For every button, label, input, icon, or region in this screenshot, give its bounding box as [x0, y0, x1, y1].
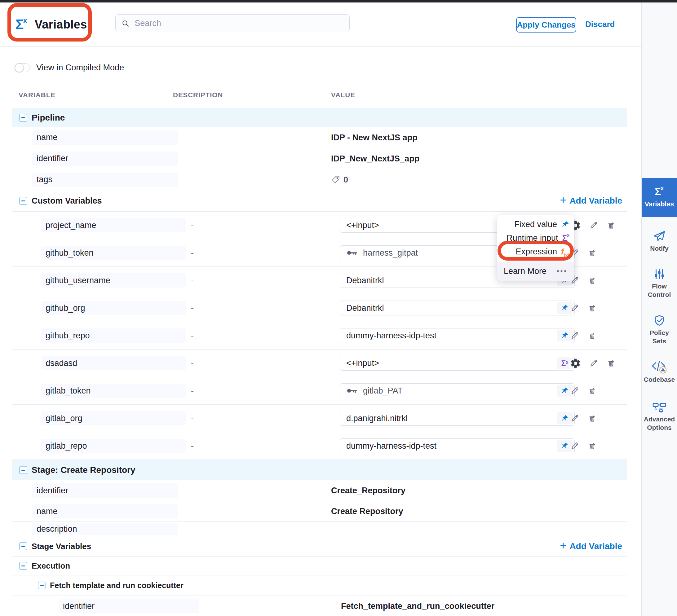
variable-row-gitlab-repo: gitlab_repo - dummy-harness-idp-test — [12, 432, 627, 460]
delete-icon[interactable] — [606, 220, 616, 230]
section-pipeline: Pipeline — [12, 108, 627, 127]
edit-icon[interactable] — [589, 220, 598, 230]
section-stage-variables: Stage Variables +Add Variable — [12, 536, 627, 557]
variable-description: - — [191, 248, 194, 258]
tags-count: 0 — [344, 175, 348, 184]
delete-icon[interactable] — [587, 441, 597, 451]
variable-name: github_token — [41, 246, 186, 260]
collapse-icon[interactable] — [19, 114, 27, 122]
edit-icon[interactable] — [589, 358, 598, 368]
value-input[interactable]: dummy-harness-idp-test — [340, 328, 575, 343]
row-label: identifier — [32, 151, 178, 166]
collapse-icon[interactable] — [19, 466, 27, 474]
value-input[interactable]: gitlab_PAT — [340, 383, 575, 398]
add-variable-button[interactable]: +Add Variable — [560, 541, 622, 552]
add-variable-button[interactable]: +Add Variable — [560, 195, 622, 206]
variable-description: - — [191, 386, 194, 396]
menu-item-expression[interactable]: Expression f(x) — [497, 245, 574, 258]
delete-icon[interactable] — [587, 303, 597, 313]
delete-icon[interactable] — [587, 248, 597, 258]
menu-item-runtime-input[interactable]: Runtime input Σx — [497, 231, 574, 245]
step-identifier-row: identifier Fetch_template_and_run_cookie… — [12, 596, 627, 616]
learn-more-link[interactable]: Learn More — [504, 267, 546, 276]
collapse-icon[interactable] — [38, 582, 46, 589]
collapse-icon[interactable] — [19, 542, 27, 550]
section-step-group: Fetch template and run cookiecutter — [12, 575, 627, 596]
apply-changes-button[interactable]: Apply Changes — [516, 17, 576, 33]
page-title: Variables — [35, 18, 87, 31]
value-input[interactable]: <+input> Σx — [340, 356, 575, 371]
section-custom-variables: Custom Variables +Add Variable — [12, 190, 627, 211]
variable-name: gitlab_repo — [41, 439, 186, 453]
codebase-icon — [651, 360, 667, 374]
nav-item-notify[interactable]: Notify — [642, 229, 677, 252]
variable-description: - — [191, 359, 194, 368]
menu-footer: Learn More ••• — [497, 262, 574, 281]
pipeline-identifier-row: identifier IDP_New_NextJS_app — [12, 148, 627, 169]
column-header-value: VALUE — [331, 91, 355, 99]
collapse-icon[interactable] — [19, 197, 27, 205]
delete-icon[interactable] — [587, 413, 597, 423]
compiled-mode-row: View in Compiled Mode — [14, 59, 124, 76]
variable-description: - — [191, 303, 194, 313]
row-label: description — [32, 523, 178, 535]
notify-plane-icon — [652, 229, 666, 243]
delete-icon[interactable] — [587, 386, 597, 396]
row-label: tags — [32, 173, 178, 187]
row-value: Create Repository — [331, 507, 403, 516]
delete-icon[interactable] — [606, 358, 616, 368]
row-label: name — [32, 131, 178, 145]
nav-item-codebase[interactable]: Codebase — [642, 360, 677, 384]
edit-icon[interactable] — [570, 441, 580, 451]
step-group-title: Fetch template and run cookiecutter — [50, 581, 183, 590]
nav-item-policy-sets[interactable]: PolicySets — [642, 314, 677, 345]
secret-key-icon — [346, 248, 357, 258]
discard-link[interactable]: Discard — [585, 17, 615, 31]
menu-item-fixed-value[interactable]: Fixed value — [497, 218, 574, 231]
nav-item-advanced-options[interactable]: AdvancedOptions — [642, 400, 677, 432]
stage-identifier-row: identifier Create_Repository — [12, 480, 627, 501]
edit-icon[interactable] — [570, 413, 580, 423]
variable-name: github_org — [41, 301, 186, 315]
search-input[interactable] — [134, 18, 344, 29]
compiled-mode-toggle[interactable] — [14, 63, 30, 72]
column-header-description: DESCRIPTION — [173, 91, 223, 99]
edit-icon[interactable] — [570, 386, 580, 396]
stage-name-row: name Create Repository — [12, 501, 627, 522]
variables-sigma-icon: Σx — [15, 18, 28, 31]
row-value: IDP - New NextJS app — [331, 133, 417, 142]
nav-item-flow-control[interactable]: FlowControl — [642, 268, 677, 299]
search-box[interactable] — [115, 14, 350, 32]
plus-icon: + — [560, 195, 566, 206]
variables-sigma-icon: Σx — [655, 187, 664, 197]
section-stage-title: Stage: Create Repository — [32, 465, 135, 475]
section-pipeline-title: Pipeline — [32, 113, 65, 123]
delete-icon[interactable] — [587, 331, 597, 340]
policy-shield-icon — [653, 314, 666, 327]
panel-title-group: Σx Variables — [15, 2, 87, 46]
delete-icon[interactable] — [587, 276, 597, 285]
execution-title: Execution — [32, 561, 70, 571]
window-top-edge — [0, 0, 677, 2]
row-value: Fetch_template_and_run_cookiecutter — [341, 602, 494, 611]
value-input[interactable]: Debanitrkl — [340, 300, 575, 316]
variable-description: - — [191, 221, 194, 230]
section-execution: Execution — [12, 557, 627, 575]
tags-value: 0 — [331, 175, 348, 184]
edit-icon[interactable] — [570, 303, 580, 313]
secret-key-icon — [346, 386, 357, 396]
collapse-icon[interactable] — [19, 562, 27, 570]
stage-variables-title: Stage Variables — [32, 541, 91, 551]
section-stage: Stage: Create Repository — [12, 460, 627, 480]
edit-icon[interactable] — [570, 331, 580, 340]
nav-item-variables-active[interactable]: Σx Variables — [642, 178, 677, 217]
more-options-icon[interactable]: ••• — [557, 267, 568, 275]
settings-icon[interactable] — [570, 358, 581, 369]
column-header-variable: VARIABLE — [18, 91, 55, 99]
value-input[interactable]: d.panigrahi.nitrkl — [340, 411, 575, 426]
variable-row-github-org: github_org - Debanitrkl — [12, 294, 627, 322]
variable-name: project_name — [41, 218, 186, 232]
variable-name: dsadasd — [41, 356, 186, 370]
row-label: identifier — [58, 599, 199, 613]
value-input[interactable]: dummy-harness-idp-test — [340, 438, 575, 453]
